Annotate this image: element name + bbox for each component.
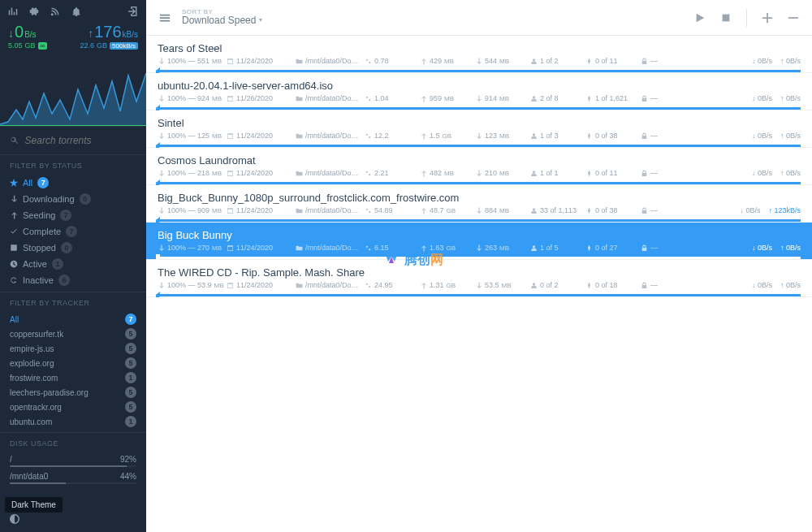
status-icon: [10, 195, 18, 203]
theme-tooltip: Dark Theme: [5, 497, 63, 513]
menu-icon[interactable]: [159, 12, 171, 24]
search-input[interactable]: [25, 135, 136, 146]
stat-seeds: 0 of 11: [585, 57, 641, 65]
stat-progress: 100% — 924MB: [158, 94, 227, 102]
stat-seeds: 0 of 18: [585, 281, 641, 289]
disk-usage-section: DISK USAGE /92%/mnt/data044%: [0, 433, 146, 490]
progress-bar: [158, 257, 801, 259]
filter-status-all[interactable]: All7: [10, 175, 136, 191]
stat-lock: —: [641, 206, 696, 214]
filter-status-header: FILTER BY STATUS: [10, 162, 136, 175]
stat-peers: 1 of 5: [530, 244, 585, 252]
stat-downloaded: 884MB: [475, 206, 530, 214]
feed-icon[interactable]: [50, 6, 60, 16]
filter-status-seeding[interactable]: Seeding7: [10, 207, 136, 223]
rate-ul: ↑ 0B/s: [780, 169, 801, 177]
stat-path: /mnt/data0/Do…: [296, 244, 365, 252]
stat-ratio: 6.15: [365, 244, 420, 252]
torrent-row[interactable]: The WIRED CD - Rip. Sample. Mash. Share1…: [146, 260, 812, 297]
filter-status-stopped[interactable]: Stopped0: [10, 240, 136, 256]
stat-uploaded: 429MB: [420, 57, 475, 65]
torrent-row[interactable]: ubuntu-20.04.1-live-server-amd64.iso100%…: [146, 73, 812, 110]
gear-icon[interactable]: [29, 6, 39, 16]
filter-status-section: FILTER BY STATUS All7Downloading0Seeding…: [0, 155, 146, 292]
stat-downloaded: 263MB: [475, 244, 530, 252]
stat-date: 11/24/2020: [227, 244, 296, 252]
topbar: SORT BY Download Speed▾: [146, 0, 812, 36]
stat-date: 11/24/2020: [227, 281, 296, 289]
main-panel: SORT BY Download Speed▾ Tears of Steel10…: [146, 0, 812, 532]
rate-dl: ↓ 0B/s: [740, 206, 760, 214]
stat-seeds: 1 of 1,621: [585, 94, 641, 102]
stat-seeds: 0 of 38: [585, 132, 641, 140]
disk--: /92%: [10, 452, 136, 469]
download-speed: ↓0B/s 5.05GB∞: [8, 23, 47, 50]
stat-ratio: 1.04: [365, 94, 420, 102]
tracker-frostwire-com[interactable]: frostwire.com1: [10, 370, 136, 385]
tracker-ubuntu-com[interactable]: ubuntu.com1: [10, 414, 136, 429]
filter-status-downloading[interactable]: Downloading0: [10, 191, 136, 207]
torrent-row[interactable]: Sintel100% — 125MB11/24/2020/mnt/data0/D…: [146, 110, 812, 148]
tracker-leechers-paradise-org[interactable]: leechers-paradise.org5: [10, 385, 136, 400]
stat-ratio: 54.89: [365, 206, 420, 214]
sort-dropdown[interactable]: SORT BY Download Speed▾: [182, 9, 262, 27]
tracker-empire-js-us[interactable]: empire-js.us5: [10, 341, 136, 356]
bell-icon[interactable]: [71, 6, 81, 16]
tracker-coppersurfer-tk[interactable]: coppersurfer.tk5: [10, 327, 136, 341]
stat-downloaded: 123MB: [475, 132, 530, 140]
stat-progress: 100% — 909MB: [158, 206, 227, 214]
start-icon[interactable]: [694, 12, 706, 24]
torrent-name: Cosmos Laundromat: [158, 154, 801, 169]
status-icon: [10, 211, 18, 219]
filter-status-active[interactable]: Active1: [10, 256, 136, 272]
filter-status-inactive[interactable]: Inactive6: [10, 272, 136, 288]
rate-ul: ↑ 0B/s: [780, 132, 801, 140]
stat-lock: —: [641, 94, 696, 102]
stat-uploaded: 1.5GB: [420, 132, 475, 140]
upload-speed: ↑176kB/s 22.6GB500kB/s: [80, 23, 138, 50]
status-icon: [10, 227, 18, 236]
stat-peers: 1 of 1: [530, 169, 585, 177]
stop-icon[interactable]: [720, 12, 732, 24]
stat-downloaded: 914MB: [475, 94, 530, 102]
filter-status-complete[interactable]: Complete7: [10, 223, 136, 240]
stat-uploaded: 48.7GB: [420, 206, 475, 214]
search-row[interactable]: [0, 127, 146, 154]
progress-bar: [158, 219, 801, 222]
stat-seeds: 0 of 11: [585, 169, 641, 177]
stat-lock: —: [641, 281, 696, 289]
stat-downloaded: 544MB: [475, 57, 530, 65]
torrent-name: The WIRED CD - Rip. Sample. Mash. Share: [158, 266, 801, 281]
search-icon: [10, 136, 19, 145]
add-icon[interactable]: [762, 12, 773, 24]
progress-bar: [158, 107, 801, 110]
stat-progress: 100% — 218MB: [158, 169, 227, 177]
stat-date: 11/26/2020: [227, 94, 296, 102]
stat-ratio: 24.95: [365, 281, 420, 289]
tracker-opentrackr-org[interactable]: opentrackr.org5: [10, 400, 136, 414]
stat-progress: 100% — 551MB: [158, 57, 227, 65]
tracker-All[interactable]: All7: [10, 312, 136, 327]
logout-icon[interactable]: [128, 6, 138, 16]
torrent-row[interactable]: Big Buck Bunny100% — 270MB11/24/2020/mnt…: [146, 223, 812, 260]
progress-bar: [158, 145, 801, 147]
stats-icon[interactable]: [8, 6, 18, 16]
disk-usage-header: DISK USAGE: [10, 439, 136, 452]
torrent-row[interactable]: Big_Buck_Bunny_1080p_surround_frostclick…: [146, 185, 812, 223]
torrent-row[interactable]: Tears of Steel100% — 551MB11/24/2020/mnt…: [146, 36, 812, 73]
torrent-row[interactable]: Cosmos Laundromat100% — 218MB11/24/2020/…: [146, 148, 812, 185]
progress-bar: [158, 294, 801, 296]
stat-downloaded: 53.5MB: [475, 281, 530, 289]
theme-toggle-icon[interactable]: [10, 514, 19, 524]
stat-progress: 100% — 125MB: [158, 132, 227, 140]
stat-date: 11/24/2020: [227, 206, 296, 214]
progress-bar: [158, 70, 801, 72]
stat-lock: —: [641, 57, 696, 65]
stat-path: /mnt/data0/Do…: [296, 169, 365, 177]
rate-ul: ↑ 0B/s: [780, 281, 801, 289]
stat-date: 11/24/2020: [227, 132, 296, 140]
remove-icon[interactable]: [788, 12, 799, 24]
stat-peers: 2 of 8: [530, 94, 585, 102]
stat-ratio: 0.78: [365, 57, 420, 65]
tracker-explodie-org[interactable]: explodie.org5: [10, 356, 136, 370]
